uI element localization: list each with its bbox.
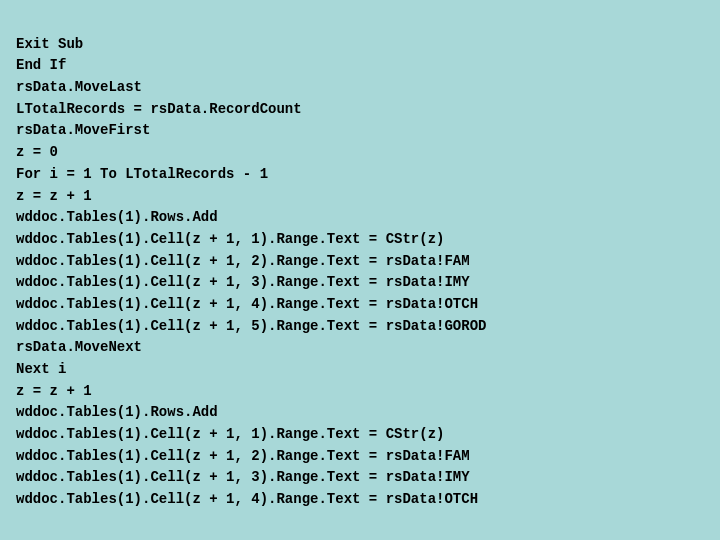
- code-line: wddoc.Tables(1).Cell(z + 1, 3).Range.Tex…: [16, 467, 704, 489]
- code-line: For i = 1 To LTotalRecords - 1: [16, 164, 704, 186]
- code-line: LTotalRecords = rsData.RecordCount: [16, 99, 704, 121]
- code-block: Exit SubEnd IfrsData.MoveLastLTotalRecor…: [0, 0, 720, 523]
- code-line: wddoc.Tables(1).Rows.Add: [16, 402, 704, 424]
- code-line: rsData.MoveLast: [16, 77, 704, 99]
- code-line: wddoc.Tables(1).Cell(z + 1, 2).Range.Tex…: [16, 446, 704, 468]
- code-line: wddoc.Tables(1).Cell(z + 1, 4).Range.Tex…: [16, 294, 704, 316]
- code-line: rsData.MoveFirst: [16, 120, 704, 142]
- code-line: wddoc.Tables(1).Cell(z + 1, 1).Range.Tex…: [16, 229, 704, 251]
- code-line: wddoc.Tables(1).Cell(z + 1, 4).Range.Tex…: [16, 489, 704, 511]
- code-line: rsData.MoveNext: [16, 337, 704, 359]
- code-line: z = 0: [16, 142, 704, 164]
- code-line: wddoc.Tables(1).Cell(z + 1, 2).Range.Tex…: [16, 251, 704, 273]
- code-line: wddoc.Tables(1).Rows.Add: [16, 207, 704, 229]
- code-line: End If: [16, 55, 704, 77]
- code-line: z = z + 1: [16, 381, 704, 403]
- code-line: wddoc.Tables(1).Cell(z + 1, 5).Range.Tex…: [16, 316, 704, 338]
- code-line: Exit Sub: [16, 34, 704, 56]
- code-line: wddoc.Tables(1).Cell(z + 1, 1).Range.Tex…: [16, 424, 704, 446]
- code-line: Next i: [16, 359, 704, 381]
- code-line: z = z + 1: [16, 186, 704, 208]
- code-line: wddoc.Tables(1).Cell(z + 1, 3).Range.Tex…: [16, 272, 704, 294]
